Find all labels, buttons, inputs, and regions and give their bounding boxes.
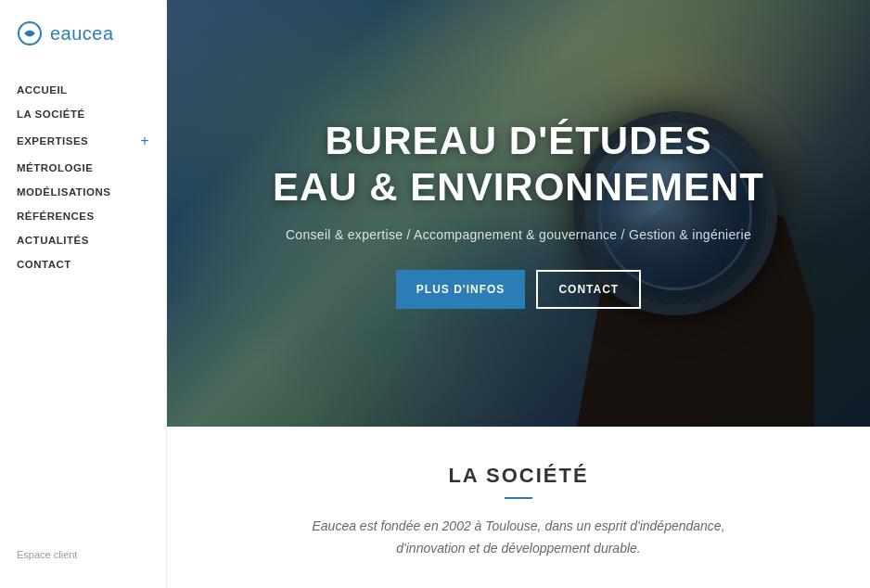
hero-section: BUREAU D'ÉTUDES EAU & ENVIRONNEMENT Cons… <box>167 0 870 427</box>
sidebar-item-accueil[interactable]: ACCUEIL <box>0 78 166 102</box>
logo-text: eaucea <box>50 23 114 45</box>
societe-section-title: LA SOCIÉTÉ <box>448 464 588 488</box>
main-content: BUREAU D'ÉTUDES EAU & ENVIRONNEMENT Cons… <box>167 0 870 588</box>
hero-title: BUREAU D'ÉTUDES EAU & ENVIRONNEMENT <box>273 118 764 211</box>
sidebar-item-la-societe[interactable]: LA SOCIÉTÉ <box>0 102 166 126</box>
expertises-plus-icon: + <box>140 133 149 149</box>
hero-buttons: PLUS D'INFOS CONTACT <box>396 270 641 309</box>
sidebar-item-metrologie[interactable]: MÉTROLOGIE <box>0 156 166 180</box>
sidebar-nav: ACCUEIL LA SOCIÉTÉ EXPERTISES + MÉTROLOG… <box>0 69 166 276</box>
bottom-section: LA SOCIÉTÉ Eaucea est fondée en 2002 à T… <box>167 427 870 588</box>
sidebar-item-expertises[interactable]: EXPERTISES + <box>0 126 166 156</box>
hero-content: BUREAU D'ÉTUDES EAU & ENVIRONNEMENT Cons… <box>167 0 870 427</box>
societe-description: Eaucea est fondée en 2002 à Toulouse, da… <box>312 516 724 560</box>
eaucea-logo-icon <box>17 20 43 46</box>
sidebar: eaucea ACCUEIL LA SOCIÉTÉ EXPERTISES + M… <box>0 0 167 588</box>
hero-subtitle: Conseil & expertise / Accompagnement & g… <box>286 227 751 242</box>
sidebar-item-modelisations[interactable]: MODÉLISATIONS <box>0 180 166 204</box>
sidebar-item-actualites[interactable]: ACTUALITÉS <box>0 228 166 252</box>
plus-dinfos-button[interactable]: PLUS D'INFOS <box>396 270 526 309</box>
logo-area[interactable]: eaucea <box>0 0 166 69</box>
sidebar-item-references[interactable]: RÉFÉRENCES <box>0 204 166 228</box>
section-divider <box>505 497 532 499</box>
espace-client-link[interactable]: Espace client <box>17 549 77 560</box>
sidebar-item-contact[interactable]: CONTACT <box>0 252 166 276</box>
contact-button[interactable]: CONTACT <box>536 270 641 309</box>
